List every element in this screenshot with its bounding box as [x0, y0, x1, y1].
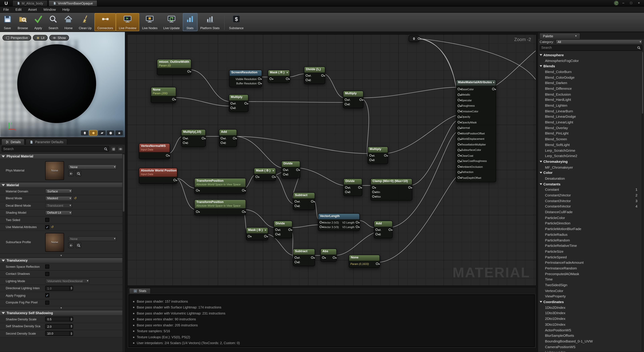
graph-node-divide-1[interactable]: Divide (1,)AB — [304, 66, 325, 84]
input-pin[interactable] — [320, 226, 322, 228]
graph-node-vertexnormalws[interactable]: VertexNormalWSInput Data — [139, 143, 170, 159]
checkbox-two-sided[interactable] — [45, 218, 49, 222]
input-pin[interactable] — [458, 149, 460, 151]
input-pin[interactable] — [183, 142, 185, 144]
graph-node-none[interactable]: NoneParam (0,1633) — [349, 255, 380, 268]
palette-item-1dto3dindex[interactable]: 1Dto3DIndex — [538, 310, 641, 316]
output-pin[interactable] — [321, 74, 324, 77]
palette-item-blend-hardlight[interactable]: Blend_HardLight — [538, 97, 641, 103]
palette-item-2dto1dindex[interactable]: 2Dto1DIndex — [538, 316, 641, 322]
close-button[interactable]: × — [636, 0, 642, 6]
number-shadow-density-scale[interactable]: 0.5 — [45, 317, 73, 322]
graph-node-add[interactable]: AddAB — [219, 129, 237, 147]
graph-node-transformposition[interactable]: TransformPositionAbsolute World Space to… — [194, 199, 246, 215]
palette-item-blend-lighten[interactable]: Blend_Lighten — [538, 103, 641, 108]
palette-item-lightmapuvs[interactable]: LightmapUVs — [538, 350, 641, 352]
document-tab-vrmmtoonbaseopaque[interactable]: VrmMToonBaseOpaque — [48, 0, 98, 6]
input-pin[interactable] — [458, 138, 460, 140]
palette-item-blend-softlight[interactable]: Blend_SoftLight — [538, 142, 641, 148]
palette-scrollbar[interactable] — [642, 52, 644, 351]
palette-group-atmosphere[interactable]: Atmosphere — [538, 52, 641, 58]
dropdown-lighting-mode[interactable]: Volumetric NonDirectional▾ — [45, 279, 90, 283]
palette-item-particlerelativetime[interactable]: ParticleRelativeTime — [538, 243, 641, 249]
graph-node-mask-b[interactable]: Mask ( B )▾ — [246, 227, 268, 240]
output-pin[interactable] — [492, 88, 494, 90]
input-pin[interactable] — [270, 78, 272, 80]
preview-cylinder-button[interactable] — [81, 131, 88, 135]
graph-node-abs[interactable]: Abs — [320, 248, 337, 261]
viewport-lit-button[interactable]: Lit — [33, 35, 48, 40]
dropdown-shading-model[interactable]: Default Lit▾ — [45, 210, 72, 215]
output-pin[interactable] — [242, 189, 244, 191]
input-pin[interactable] — [294, 200, 297, 203]
input-pin[interactable] — [372, 195, 375, 198]
graph-node-none[interactable]: NoneParam (200) — [151, 87, 176, 103]
live-nodes-button[interactable]: Live Nodes — [139, 13, 160, 31]
dropdown-material-domain[interactable]: Surface▾ — [45, 189, 72, 193]
palette-item-blend-difference[interactable]: Blend_Difference — [538, 86, 641, 91]
spinner-arrows-icon[interactable] — [70, 324, 73, 328]
input-pin[interactable] — [256, 176, 258, 178]
asset-thumbnail[interactable]: None — [45, 233, 64, 252]
palette-item-1dto2dindex[interactable]: 1Dto2DIndex — [538, 305, 641, 310]
palette-item-blend-darken[interactable]: Blend_Darken — [538, 80, 641, 86]
palette-item-constant3vector[interactable]: Constant3Vector3 — [538, 198, 641, 204]
palette-item-blend-linearlight[interactable]: Blend_LinearLight — [538, 119, 641, 125]
input-pin[interactable] — [458, 143, 460, 146]
advanced-expander-button[interactable]: ▼ — [0, 254, 122, 258]
output-pin[interactable] — [233, 137, 236, 140]
input-pin[interactable] — [275, 228, 278, 231]
graph-node-mtoon-outlinewidth[interactable]: mtoon_OutlineWidthParam (0) — [157, 59, 192, 75]
preview-custom-mesh-button[interactable] — [116, 131, 123, 135]
palette-item-particlemotionblurfade[interactable]: ParticleMotionBlurFade — [538, 226, 641, 232]
graph-node-multiply-10[interactable]: Multiply(,10)AB — [181, 129, 206, 147]
dropdown-decal-blend-mode[interactable]: Translucent▾ — [45, 203, 72, 208]
reset-to-default-icon[interactable]: ↺ — [74, 197, 77, 200]
graph-node-screenresolution[interactable]: ScreenResolutionVisible ResolutionBuffer… — [229, 70, 262, 87]
input-pin[interactable] — [458, 154, 460, 157]
section-header-translucency-self-shadowing[interactable]: Translucency Self Shadowing — [0, 310, 122, 316]
input-pin[interactable] — [458, 132, 460, 135]
connectors-button[interactable]: Connectors — [94, 13, 116, 31]
checkbox-apply-fogging[interactable]: ✓ — [45, 293, 49, 297]
browse-button[interactable]: Browse — [15, 13, 31, 31]
checkbox-contact-shadows[interactable] — [45, 272, 49, 276]
output-pin[interactable] — [286, 78, 288, 80]
input-pin[interactable] — [369, 159, 372, 161]
input-pin[interactable] — [458, 116, 460, 118]
number-second-density-scale[interactable]: 10.0 — [45, 331, 73, 336]
palette-group-constants[interactable]: Constants — [538, 181, 641, 187]
tab-stats[interactable]: Stats — [129, 288, 151, 294]
input-pin[interactable] — [458, 105, 460, 107]
graph-node-subtract[interactable]: SubtractAB — [293, 248, 315, 266]
menu-file[interactable]: File — [0, 7, 12, 11]
details-scrollbar[interactable] — [122, 153, 125, 352]
section-header-translucency[interactable]: Translucency — [0, 258, 122, 263]
input-pin[interactable] — [458, 171, 460, 174]
input-pin[interactable] — [458, 88, 460, 90]
output-pin[interactable] — [358, 186, 361, 189]
graph-node-add[interactable]: AddAB — [374, 221, 393, 238]
dropdown-blend-mode[interactable]: Masked▾ — [45, 196, 72, 201]
category-dropdown[interactable]: All ▾ — [556, 39, 642, 44]
maximize-button[interactable]: □ — [628, 0, 634, 6]
palette-item-twosidedsign[interactable]: TwoSidedSign — [538, 282, 641, 288]
input-pin[interactable] — [248, 235, 250, 237]
reset-to-default-icon[interactable]: ↺ — [51, 225, 54, 229]
graph-node-multiply[interactable]: MultiplyAB — [343, 91, 364, 108]
palette-item-precomputedaomask[interactable]: PrecomputedAOMask — [538, 271, 641, 277]
input-pin[interactable] — [322, 256, 324, 259]
output-pin[interactable] — [388, 228, 391, 231]
asset-dropdown-phys-material[interactable]: None▾ — [68, 165, 117, 169]
palette-item-blend-overlay[interactable]: Blend_Overlay — [538, 125, 641, 131]
palette-item-atmosphericfogcolor[interactable]: AtmosphericFogColor — [538, 58, 641, 63]
palette-item-blend-colorburn[interactable]: Blend_ColorBurn — [538, 69, 641, 75]
palette-item-particleradius[interactable]: ParticleRadius — [538, 232, 641, 237]
search-button[interactable]: Search — [46, 13, 61, 31]
details-filter-button[interactable] — [110, 146, 116, 152]
output-pin[interactable] — [311, 256, 314, 259]
menu-window[interactable]: Window — [40, 7, 59, 11]
substance-button[interactable]: $Substance — [226, 13, 246, 31]
preview-plane-button[interactable] — [98, 131, 106, 135]
input-pin[interactable] — [294, 256, 297, 259]
